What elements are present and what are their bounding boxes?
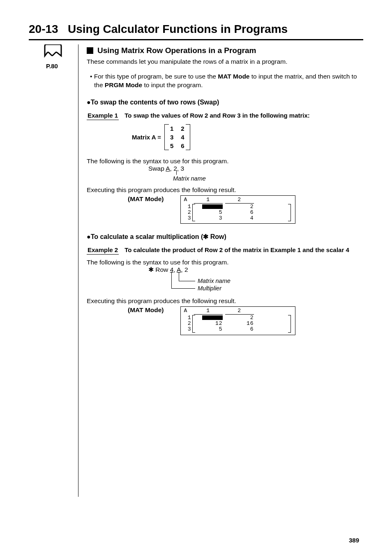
cell: 2	[181, 125, 184, 132]
scalar-result-lead: Executing this program produces the foll…	[87, 297, 363, 305]
matrix-name-annot: Matrix name	[198, 278, 231, 284]
calc-letter: A	[184, 308, 191, 314]
cursor-highlight-icon	[202, 315, 223, 320]
margin-column: P.80	[29, 44, 78, 497]
cell: 6	[223, 327, 254, 332]
example-2-label: Example 2	[87, 246, 119, 255]
scalar-syntax-lead: The following is the syntax to use for t…	[87, 259, 363, 266]
row-idx: 3	[184, 327, 191, 332]
swap-subheading: ●To swap the contents of two rows (Swap)	[87, 99, 363, 106]
col-head: 1	[194, 197, 223, 203]
bookmark-icon	[43, 44, 63, 62]
scalar-subheading: ●To calculate a scalar multiplication (✱…	[87, 233, 363, 241]
example-1: Example 1 To swap the values of Row 2 an…	[87, 112, 363, 120]
example-2: Example 2 To calculate the product of Ro…	[87, 246, 363, 255]
scalar-result: (MAT Mode) A 1 2 1 2	[87, 306, 363, 335]
section-title: Using Matrix Row Operations in a Program	[97, 46, 256, 55]
chapter-title: Using Calculator Functions in Programs	[68, 23, 288, 35]
two-column-layout: P.80 Using Matrix Row Operations in a Pr…	[29, 44, 363, 497]
calc-screen-2: A 1 2 1 2 2 12 16	[180, 306, 295, 335]
page-reference: P.80	[46, 63, 78, 70]
note-bullet: • For this type of program, be sure to u…	[87, 72, 363, 90]
calc-screen-1: A 1 2 1 2 2 5 6	[180, 195, 295, 224]
col-head: 2	[225, 308, 254, 314]
matrix-grid: 1 2 3 4 5 6	[170, 125, 184, 149]
cell: 4	[181, 134, 184, 141]
chapter-number: 20-13	[29, 23, 58, 35]
cell: 2	[223, 315, 254, 321]
mat-mode-label: (MAT Mode)	[128, 306, 164, 314]
cell: 6	[181, 142, 184, 149]
cell: 16	[223, 321, 254, 327]
cell: 1	[170, 125, 173, 132]
row-idx: 2	[184, 321, 191, 327]
cell: 5	[170, 142, 173, 149]
row-idx: 1	[184, 204, 191, 210]
col-head: 2	[225, 197, 254, 203]
cell-highlighted	[191, 315, 223, 321]
scalar-code: ✱ Row 4, A, 2	[148, 266, 363, 273]
example-1-label: Example 1	[87, 112, 119, 120]
calc-letter: A	[184, 197, 191, 203]
col-head: 1	[194, 308, 223, 314]
matrix-a-label: Matrix A =	[132, 134, 161, 141]
multiplier-annot: Multiplier	[198, 285, 221, 292]
cell: 3	[170, 134, 173, 141]
page: 20-13 Using Calculator Functions in Prog…	[0, 0, 392, 556]
cell: 12	[191, 321, 223, 327]
row-idx: 1	[184, 315, 191, 321]
cell: 4	[223, 215, 254, 221]
scalar-annotation: Matrix name Multiplier	[169, 273, 363, 296]
swap-result-lead: Executing this program produces the foll…	[87, 186, 363, 194]
matrix-a: Matrix A = 1 2 3 4 5 6	[132, 124, 363, 150]
cursor-highlight-icon	[202, 204, 223, 209]
mat-mode-label: (MAT Mode)	[128, 195, 164, 203]
matrix-name-annot: Matrix name	[173, 175, 206, 182]
cell-highlighted	[191, 204, 223, 210]
example-1-text: To swap the values of Row 2 and Row 3 in…	[125, 112, 363, 120]
section-heading: Using Matrix Row Operations in a Program	[87, 46, 363, 55]
chapter-heading: 20-13 Using Calculator Functions in Prog…	[29, 23, 363, 36]
content-column: Using Matrix Row Operations in a Program…	[78, 44, 363, 497]
swap-annotation: Matrix name	[173, 172, 363, 182]
matrix-bracket: 1 2 3 4 5 6	[164, 124, 190, 150]
row-idx: 2	[184, 210, 191, 215]
cell: 5	[191, 327, 223, 332]
cell: 2	[223, 204, 254, 210]
row-idx: 3	[184, 215, 191, 221]
cell: 5	[191, 210, 223, 215]
swap-result: (MAT Mode) A 1 2 1 2	[87, 195, 363, 224]
rule	[29, 39, 363, 40]
cell: 3	[191, 215, 223, 221]
square-bullet-icon	[87, 47, 93, 54]
swap-code: Swap A, 2, 3	[148, 165, 363, 172]
swap-syntax-lead: The following is the syntax to use for t…	[87, 158, 363, 165]
page-number: 389	[349, 537, 359, 544]
intro-paragraph: These commands let you manipulate the ro…	[87, 58, 363, 66]
cell: 6	[223, 210, 254, 215]
example-2-text: To calculate the product of Row 2 of the…	[125, 246, 363, 255]
